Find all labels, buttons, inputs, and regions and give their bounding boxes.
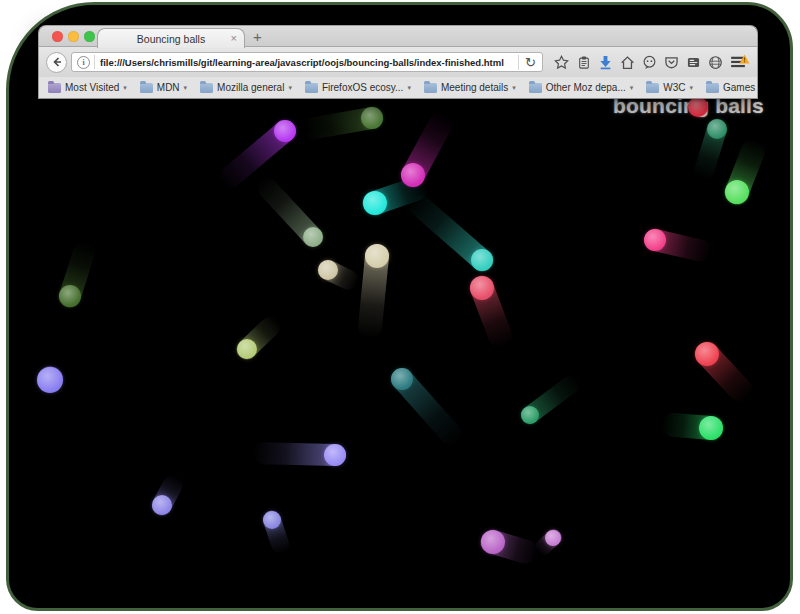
- folder-icon: [200, 83, 213, 93]
- ball: [237, 339, 257, 359]
- chevron-down-icon: ▾: [123, 84, 127, 92]
- zoom-window-button[interactable]: [84, 31, 95, 42]
- new-tab-button[interactable]: +: [253, 28, 262, 46]
- folder-icon: [529, 83, 542, 93]
- reload-icon[interactable]: ↻: [518, 55, 542, 70]
- bookmark-item[interactable]: W3C ▾: [646, 82, 693, 93]
- chevron-down-icon: ▾: [184, 84, 188, 92]
- url-text: file:///Users/chrismills/git/learning-ar…: [100, 57, 518, 68]
- ball: [707, 119, 727, 139]
- bookmark-label: Meeting details: [441, 82, 508, 93]
- tab-close-icon[interactable]: ×: [231, 32, 237, 44]
- back-arrow-icon: [51, 56, 63, 68]
- ball: [644, 229, 666, 251]
- services-globe-icon[interactable]: [707, 53, 724, 71]
- close-window-button[interactable]: [52, 31, 63, 42]
- update-warning-icon: [739, 50, 750, 68]
- bookmark-star-icon[interactable]: [553, 53, 570, 71]
- bookmark-label: FirefoxOS ecosy...: [322, 82, 404, 93]
- pocket-icon[interactable]: [663, 53, 680, 71]
- hello-chat-icon[interactable]: [641, 53, 658, 71]
- chevron-down-icon: ▾: [288, 84, 292, 92]
- ball: [470, 276, 494, 300]
- ball: [401, 163, 425, 187]
- bookmark-item[interactable]: Other Moz depa... ▾: [529, 82, 634, 93]
- bookmark-item[interactable]: Meeting details ▾: [424, 82, 516, 93]
- ball: [274, 120, 296, 142]
- menu-hamburger-icon[interactable]: [729, 53, 746, 71]
- ball: [521, 406, 539, 424]
- folder-icon: [305, 83, 318, 93]
- ball: [545, 530, 561, 546]
- home-icon[interactable]: [619, 53, 636, 71]
- ball: [318, 260, 338, 280]
- ball: [263, 511, 281, 529]
- bookmark-item[interactable]: MDN ▾: [140, 82, 187, 93]
- divider: [94, 55, 95, 69]
- browser-window: Bouncing balls × + i file:///Users/chris…: [38, 25, 758, 99]
- bookmark-item[interactable]: Games ▾: [706, 82, 758, 93]
- bookmark-label: Mozilla general: [217, 82, 284, 93]
- reading-list-icon[interactable]: [575, 53, 592, 71]
- ball: [695, 342, 719, 366]
- ball: [363, 191, 387, 215]
- chevron-down-icon: ▾: [690, 84, 694, 92]
- folder-icon: [140, 83, 153, 93]
- toolbar-icons: [553, 53, 746, 71]
- ball: [152, 495, 172, 515]
- folder-icon: [646, 83, 659, 93]
- screenshot-root: bouncing balls Bouncing balls × +: [0, 0, 800, 614]
- window-controls: [52, 31, 95, 42]
- bookmark-label: MDN: [157, 82, 180, 93]
- bookmarks-toolbar: Most Visited ▾ MDN ▾ Mozilla general ▾ F…: [38, 77, 758, 99]
- folder-icon: [424, 83, 437, 93]
- bookmark-label: W3C: [663, 82, 685, 93]
- chevron-down-icon: ▾: [512, 84, 516, 92]
- bookmark-item[interactable]: Mozilla general ▾: [200, 82, 292, 93]
- folder-icon: [48, 83, 61, 93]
- tab-bouncing-balls[interactable]: Bouncing balls ×: [97, 28, 245, 48]
- ball: [481, 530, 505, 554]
- bookmark-item[interactable]: FirefoxOS ecosy... ▾: [305, 82, 411, 93]
- downloads-icon[interactable]: [597, 53, 614, 71]
- navigation-toolbar: i file:///Users/chrismills/git/learning-…: [38, 47, 758, 77]
- bookmark-item[interactable]: Most Visited ▾: [48, 82, 127, 93]
- bookmark-label: Other Moz depa...: [546, 82, 626, 93]
- bookmark-label: Games: [723, 82, 755, 93]
- ball: [303, 227, 323, 247]
- ball: [324, 444, 346, 466]
- ball: [471, 249, 493, 271]
- chevron-down-icon: ▾: [630, 84, 634, 92]
- ball: [391, 368, 413, 390]
- ball: [688, 97, 708, 117]
- ball: [59, 285, 81, 307]
- folder-icon: [706, 83, 719, 93]
- ball: [699, 416, 723, 440]
- minimize-window-button[interactable]: [68, 31, 79, 42]
- tab-title: Bouncing balls: [137, 33, 205, 45]
- ball: [365, 244, 389, 268]
- back-button[interactable]: [46, 52, 67, 73]
- page-info-icon[interactable]: i: [77, 56, 90, 69]
- chevron-down-icon: ▾: [407, 84, 411, 92]
- tab-bar: Bouncing balls × +: [38, 25, 758, 47]
- ball: [361, 107, 383, 129]
- bookmark-label: Most Visited: [65, 82, 119, 93]
- ball: [37, 367, 63, 393]
- url-bar[interactable]: i file:///Users/chrismills/git/learning-…: [71, 52, 543, 72]
- video-downloader-icon[interactable]: [685, 53, 702, 71]
- ball: [725, 180, 749, 204]
